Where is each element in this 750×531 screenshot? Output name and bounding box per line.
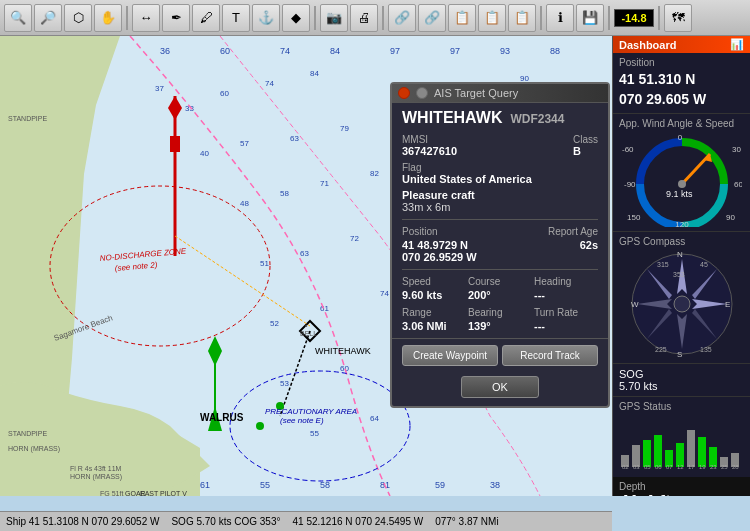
ais-type: Pleasure craft	[402, 189, 598, 201]
svg-text:82: 82	[370, 169, 379, 178]
toolbar-link2[interactable]: 🔗	[418, 4, 446, 32]
toolbar-zoom-in[interactable]: 🔍	[4, 4, 32, 32]
ais-position-lat: 41 48.9729 N	[402, 239, 468, 251]
toolbar-clipboard1[interactable]: 📋	[448, 4, 476, 32]
toolbar-save[interactable]: 💾	[576, 4, 604, 32]
ais-speed-value: 9.60 kts	[402, 289, 466, 301]
svg-text:225: 225	[655, 346, 667, 353]
toolbar-zoom-out[interactable]: 🔎	[34, 4, 62, 32]
toolbar-pen[interactable]: 🖊	[192, 4, 220, 32]
toolbar-camera[interactable]: 📷	[320, 4, 348, 32]
toolbar-sep-2	[314, 6, 316, 30]
svg-text:05: 05	[644, 464, 651, 470]
svg-text:74: 74	[280, 46, 290, 56]
ais-turn-rate-value: ---	[534, 320, 598, 332]
svg-text:23: 23	[710, 464, 717, 470]
svg-text:06: 06	[655, 464, 662, 470]
gps-compass-title: GPS Compass	[619, 236, 744, 247]
toolbar-clipboard3[interactable]: 📋	[508, 4, 536, 32]
ais-mmsi-value: 367427610	[402, 145, 457, 157]
depth-section: Depth 41.4 ft	[613, 477, 750, 496]
gps-satellite-display: 02 03 05 06 07 12 17 19 23 25 28	[619, 415, 745, 470]
toolbar-sep-4	[540, 6, 542, 30]
ais-flag-section: Flag United States of America	[402, 161, 598, 185]
svg-text:135: 135	[700, 346, 712, 353]
svg-rect-123	[643, 440, 651, 467]
toolbar-anchor[interactable]: ⚓	[252, 4, 280, 32]
toolbar-text[interactable]: T	[222, 4, 250, 32]
svg-rect-128	[698, 437, 706, 467]
toolbar: 🔍 🔎 ⬡ ✋ ↔ ✒ 🖊 T ⚓ ◆ 📷 🖨 🔗 🔗 📋 📋 📋 ℹ 💾 -1…	[0, 0, 750, 36]
ais-popup: AIS Target Query WHITEHAWK WDF2344 MMSI …	[390, 82, 610, 408]
record-track-button[interactable]: Record Track	[502, 345, 598, 366]
ais-vessel-name: WHITEHAWK	[402, 109, 502, 127]
wind-section: App. Wind Angle & Speed 0 30 60 90 120 1…	[613, 114, 750, 232]
toolbar-select[interactable]: ⬡	[64, 4, 92, 32]
svg-text:40: 40	[200, 149, 209, 158]
ais-divider-2	[402, 269, 598, 270]
ais-vessel-name-row: WHITEHAWK WDF2344	[402, 109, 598, 127]
svg-text:12: 12	[677, 464, 684, 470]
position-section: Position 41 51.310 N 070 29.605 W	[613, 53, 750, 114]
toolbar-print[interactable]: 🖨	[350, 4, 378, 32]
svg-text:90: 90	[726, 213, 735, 222]
ais-bearing-label: Bearing	[468, 307, 532, 318]
toolbar-draw[interactable]: ✒	[162, 4, 190, 32]
svg-text:61: 61	[200, 480, 210, 490]
toolbar-route[interactable]: ↔	[132, 4, 160, 32]
ais-minimize-button[interactable]	[416, 87, 428, 99]
svg-text:E: E	[725, 300, 730, 309]
ais-divider-1	[402, 219, 598, 220]
ais-body: WHITEHAWK WDF2344 MMSI 367427610 Class B…	[392, 103, 608, 338]
toolbar-info[interactable]: ℹ	[546, 4, 574, 32]
toolbar-link1[interactable]: 🔗	[388, 4, 416, 32]
gps-compass-section: GPS Compass	[613, 232, 750, 364]
position-lat: 41 51.310 N	[619, 70, 744, 90]
svg-text:PRECAUTIONARY AREA: PRECAUTIONARY AREA	[265, 407, 357, 416]
ais-flag-value: United States of America	[402, 173, 532, 185]
svg-text:30: 30	[732, 145, 741, 154]
svg-text:28: 28	[732, 464, 739, 470]
toolbar-waypoint[interactable]: ◆	[282, 4, 310, 32]
ais-turn-rate-label: Turn Rate	[534, 307, 598, 318]
svg-text:57: 57	[240, 139, 249, 148]
ais-mmsi-line: MMSI 367427610 Class B	[402, 133, 598, 157]
status-ship-position: Ship 41 51.3108 N 070 29.6052 W	[6, 516, 159, 527]
toolbar-sep-1	[126, 6, 128, 30]
svg-text:03: 03	[633, 464, 640, 470]
svg-text:53: 53	[280, 379, 289, 388]
svg-text:36: 36	[160, 46, 170, 56]
svg-text:45: 45	[700, 261, 708, 268]
svg-text:STANDPIPE: STANDPIPE	[8, 430, 47, 437]
toolbar-clipboard2[interactable]: 📋	[478, 4, 506, 32]
svg-text:0: 0	[677, 133, 682, 142]
gps-status-section: GPS Status 02 03 05 06 07 12 17 19 23 25	[613, 397, 750, 477]
svg-text:72: 72	[350, 234, 359, 243]
dashboard-header: Dashboard 📊	[613, 36, 750, 53]
create-waypoint-button[interactable]: Create Waypoint	[402, 345, 498, 366]
ais-class-label: Class	[573, 134, 598, 145]
toolbar-hand[interactable]: ✋	[94, 4, 122, 32]
svg-text:63: 63	[290, 134, 299, 143]
ais-mmsi-label: MMSI	[402, 134, 428, 145]
svg-text:60: 60	[734, 180, 742, 189]
svg-text:Fl R 4s 43ft 11M: Fl R 4s 43ft 11M	[70, 465, 122, 472]
svg-text:93: 93	[500, 46, 510, 56]
position-label: Position	[619, 57, 744, 68]
svg-text:55: 55	[310, 429, 319, 438]
svg-text:W: W	[631, 300, 639, 309]
svg-text:150: 150	[627, 213, 641, 222]
ais-course-label: Course	[468, 276, 532, 287]
status-bearing-range: 077° 3.87 NMi	[435, 516, 498, 527]
ais-close-button[interactable]	[398, 87, 410, 99]
dashboard-panel: Dashboard 📊 Position 41 51.310 N 070 29.…	[612, 36, 750, 496]
ais-title: AIS Target Query	[434, 87, 518, 99]
ais-ok-button[interactable]: OK	[461, 376, 539, 398]
ais-range-label: Range	[402, 307, 466, 318]
svg-text:60: 60	[340, 364, 349, 373]
toolbar-map[interactable]: 🗺	[664, 4, 692, 32]
svg-text:07: 07	[666, 464, 673, 470]
svg-line-77	[280, 331, 310, 416]
svg-text:52: 52	[270, 319, 279, 328]
svg-rect-124	[654, 435, 662, 467]
